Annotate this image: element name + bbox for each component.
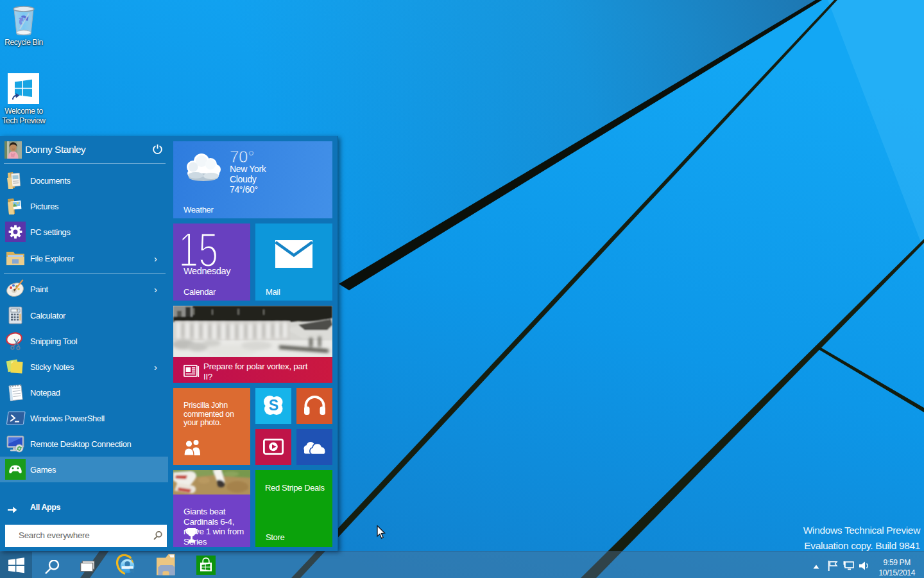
svg-text:S: S [269, 397, 278, 414]
